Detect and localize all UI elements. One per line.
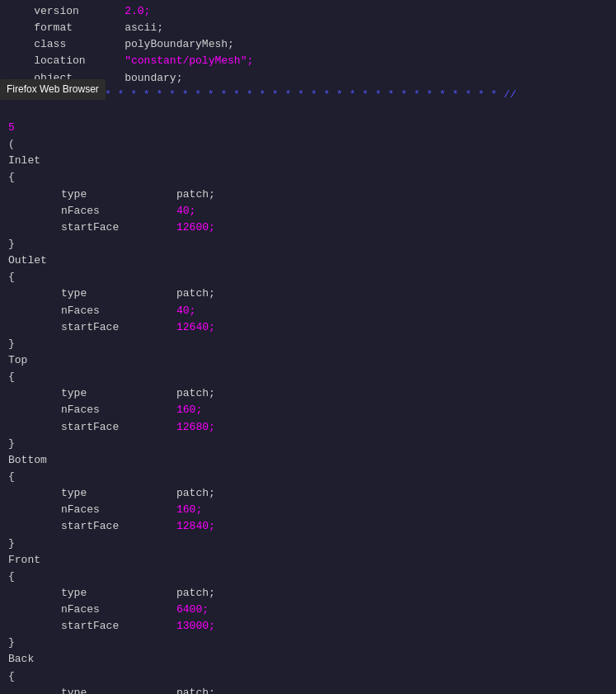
patch-close-top: } — [0, 436, 616, 452]
patches-container: Inlet{typepatch;nFaces40;startFace12600;… — [0, 153, 616, 694]
patch-name-back: Back — [0, 651, 616, 668]
patch-type-bottom: typepatch; — [0, 485, 616, 502]
patch-startface-top: startFace12680; — [0, 419, 616, 436]
patch-close-front: } — [0, 635, 616, 651]
patch-type-outlet: typepatch; — [0, 286, 616, 302]
code-editor: version 2.0; format ascii; class polyBou… — [0, 0, 616, 694]
patch-nfaces-top: nFaces160; — [0, 402, 616, 418]
patch-close-bottom: } — [0, 536, 616, 552]
patch-type-front: typepatch; — [0, 585, 616, 602]
patch-name-top: Top — [0, 352, 616, 369]
patch-open-outlet: { — [0, 269, 616, 286]
patch-type-top: typepatch; — [0, 385, 616, 402]
patch-name-inlet: Inlet — [0, 153, 616, 169]
patch-open-top: { — [0, 369, 616, 385]
line-version: version 2.0; — [0, 3, 616, 20]
line-format: format ascii; — [0, 20, 616, 36]
patch-nfaces-front: nFaces6400; — [0, 602, 616, 618]
patch-startface-bottom: startFace12840; — [0, 518, 616, 535]
patch-name-front: Front — [0, 552, 616, 569]
line-count: 5 — [0, 120, 616, 136]
patch-close-outlet: } — [0, 336, 616, 352]
line-class: class polyBoundaryMesh; — [0, 36, 616, 53]
patch-open-back: { — [0, 668, 616, 685]
patch-type-inlet: typepatch; — [0, 186, 616, 203]
patch-name-bottom: Bottom — [0, 452, 616, 469]
patch-startface-front: startFace13000; — [0, 618, 616, 635]
patch-open-inlet: { — [0, 169, 616, 186]
patch-nfaces-inlet: nFaces40; — [0, 203, 616, 220]
patch-startface-outlet: startFace12640; — [0, 319, 616, 336]
line-open-paren: ( — [0, 136, 616, 153]
patch-startface-inlet: startFace12600; — [0, 220, 616, 236]
patch-close-inlet: } — [0, 236, 616, 253]
patch-open-front: { — [0, 569, 616, 585]
tooltip-firefox: Firefox Web Browser — [0, 79, 106, 100]
patch-open-bottom: { — [0, 469, 616, 485]
line-location: location "constant/polyMesh"; — [0, 53, 616, 69]
patch-nfaces-outlet: nFaces40; — [0, 303, 616, 319]
patch-nfaces-bottom: nFaces160; — [0, 502, 616, 518]
patch-name-outlet: Outlet — [0, 253, 616, 269]
line-blank1 — [0, 103, 616, 120]
patch-type-back: typepatch; — [0, 685, 616, 694]
